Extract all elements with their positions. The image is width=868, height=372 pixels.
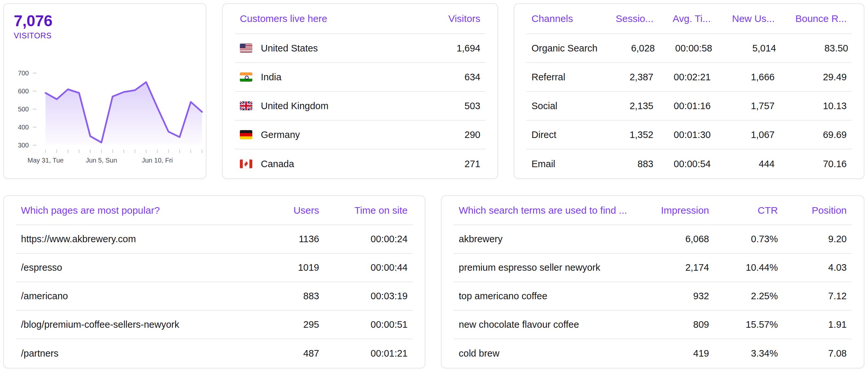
channels-table-header: Channels Sessio... Avg. Ti... New Us... … bbox=[526, 4, 852, 34]
page-row: /blog/premium-coffee-sellers-newyork 295… bbox=[16, 311, 413, 339]
search-term-row: premium espresso seller newyork 2,174 10… bbox=[454, 254, 852, 282]
term-position: 7.08 bbox=[783, 348, 852, 359]
channel-sessions: 883 bbox=[601, 159, 659, 169]
customers-card: Customers live here Visitors United Stat… bbox=[222, 3, 498, 179]
search-term: top americano coffee bbox=[454, 291, 636, 302]
page-url: /americano bbox=[16, 291, 262, 302]
page-url: /espresso bbox=[16, 262, 262, 273]
svg-text:Jun 10, Fri: Jun 10, Fri bbox=[142, 157, 173, 164]
channel-row: Social 2,135 00:01:16 1,757 10.13 bbox=[526, 92, 852, 121]
impression-column-header[interactable]: Impression bbox=[636, 205, 714, 216]
page-users: 487 bbox=[262, 348, 324, 359]
channel-name: Referral bbox=[526, 72, 601, 83]
page-url: /partners bbox=[16, 348, 262, 359]
term-ctr: 10.44% bbox=[714, 262, 783, 273]
page-users: 1019 bbox=[262, 262, 324, 273]
country-visitors: 634 bbox=[413, 72, 486, 83]
india-flag-icon bbox=[240, 72, 252, 82]
channel-bounce-rate: 29.49 bbox=[780, 72, 852, 83]
term-ctr: 2.25% bbox=[714, 291, 783, 302]
country-name: United States bbox=[261, 43, 318, 54]
page-time-on-site: 00:01:21 bbox=[324, 348, 413, 359]
popular-pages-card: Which pages are most popular? Users Time… bbox=[3, 195, 425, 368]
search-term-row: new chocolate flavour coffee 809 15.57% … bbox=[454, 311, 852, 339]
channel-new-users: 444 bbox=[716, 159, 780, 169]
channel-bounce-rate: 69.69 bbox=[780, 129, 852, 140]
channel-row: Organic Search 6,028 00:00:58 5,014 83.5… bbox=[526, 34, 852, 63]
term-impression: 6,068 bbox=[636, 234, 714, 245]
channel-sessions: 2,135 bbox=[601, 101, 659, 112]
pages-table: Which pages are most popular? Users Time… bbox=[4, 196, 425, 368]
term-impression: 419 bbox=[636, 348, 714, 359]
svg-text:600: 600 bbox=[18, 88, 29, 95]
term-ctr: 0.73% bbox=[714, 234, 783, 245]
page-users: 883 bbox=[262, 291, 324, 302]
visitors-column-header[interactable]: Visitors bbox=[413, 13, 486, 24]
channel-avg-time: 00:02:21 bbox=[659, 72, 716, 83]
page-time-on-site: 00:03:19 bbox=[324, 291, 413, 302]
country-visitors: 503 bbox=[413, 101, 486, 112]
sessions-column-header[interactable]: Sessio... bbox=[601, 13, 659, 24]
analytics-dashboard: 7,076 VISITORS 700600500400300May 31, Tu… bbox=[0, 0, 868, 372]
page-time-on-site: 00:00:51 bbox=[324, 319, 413, 330]
page-url: https://www.akbrewery.com bbox=[16, 234, 262, 245]
channel-new-users: 1,666 bbox=[716, 72, 780, 83]
customers-table-header: Customers live here Visitors bbox=[235, 4, 486, 34]
channels-card-title: Channels bbox=[526, 13, 601, 24]
country-row: United States 1,694 bbox=[235, 34, 486, 63]
channel-new-users: 1,757 bbox=[716, 101, 780, 112]
page-url: /blog/premium-coffee-sellers-newyork bbox=[16, 319, 262, 330]
channel-row: Direct 1,352 00:01:30 1,067 69.69 bbox=[526, 121, 852, 150]
page-time-on-site: 00:00:24 bbox=[324, 234, 413, 245]
svg-text:Jun 5, Sun: Jun 5, Sun bbox=[86, 157, 117, 164]
term-position: 7.12 bbox=[783, 291, 852, 302]
channel-bounce-rate: 83.50 bbox=[781, 43, 854, 54]
country-visitors: 1,694 bbox=[413, 43, 486, 54]
ctr-column-header[interactable]: CTR bbox=[714, 205, 783, 216]
country-visitors: 271 bbox=[413, 159, 486, 169]
visitors-area-chart[interactable]: 700600500400300May 31, TueJun 5, SunJun … bbox=[7, 69, 204, 167]
search-term: cold brew bbox=[454, 348, 636, 359]
channel-avg-time: 00:01:30 bbox=[659, 129, 716, 140]
users-column-header[interactable]: Users bbox=[262, 205, 324, 216]
svg-text:400: 400 bbox=[18, 124, 29, 131]
channel-row: Referral 2,387 00:02:21 1,666 29.49 bbox=[526, 63, 852, 92]
us-flag-icon bbox=[240, 43, 252, 53]
svg-text:700: 700 bbox=[18, 69, 29, 77]
search-term-row: top americano coffee 932 2.25% 7.12 bbox=[454, 282, 852, 311]
svg-text:May 31, Tue: May 31, Tue bbox=[28, 157, 64, 164]
channel-avg-time: 00:00:54 bbox=[659, 159, 716, 169]
search-terms-table-header: Which search terms are used to find ... … bbox=[454, 196, 852, 225]
page-time-on-site: 00:00:44 bbox=[324, 262, 413, 273]
canada-flag-icon bbox=[240, 159, 252, 168]
page-row: https://www.akbrewery.com 1136 00:00:24 bbox=[16, 225, 413, 254]
channel-sessions: 1,352 bbox=[601, 129, 659, 140]
channel-avg-time: 00:01:16 bbox=[659, 101, 716, 112]
search-terms-card-title: Which search terms are used to find ... bbox=[454, 205, 636, 216]
avg-time-column-header[interactable]: Avg. Ti... bbox=[659, 13, 716, 24]
channels-table: Channels Sessio... Avg. Ti... New Us... … bbox=[515, 4, 864, 178]
top-row: 7,076 VISITORS 700600500400300May 31, Tu… bbox=[3, 3, 865, 179]
country-name: Germany bbox=[261, 129, 300, 140]
page-row: /americano 883 00:03:19 bbox=[16, 282, 413, 311]
new-users-column-header[interactable]: New Us... bbox=[716, 13, 780, 24]
term-position: 1.91 bbox=[783, 319, 852, 330]
time-on-site-column-header[interactable]: Time on site bbox=[324, 205, 413, 216]
term-ctr: 15.57% bbox=[714, 319, 783, 330]
bottom-row: Which pages are most popular? Users Time… bbox=[3, 195, 865, 368]
term-position: 9.20 bbox=[783, 234, 852, 245]
visitors-metric: 7,076 VISITORS bbox=[4, 4, 206, 40]
search-term-row: cold brew 419 3.34% 7.08 bbox=[454, 339, 852, 368]
page-row: /espresso 1019 00:00:44 bbox=[16, 254, 413, 282]
svg-text:500: 500 bbox=[18, 105, 29, 113]
bounce-rate-column-header[interactable]: Bounce R... bbox=[780, 13, 852, 24]
search-term-row: akbrewery 6,068 0.73% 9.20 bbox=[454, 225, 852, 254]
position-column-header[interactable]: Position bbox=[783, 205, 852, 216]
channel-bounce-rate: 10.13 bbox=[780, 101, 852, 112]
country-row: United Kingdom 503 bbox=[235, 92, 486, 121]
search-term: new chocolate flavour coffee bbox=[454, 319, 636, 330]
visitors-summary-card: 7,076 VISITORS 700600500400300May 31, Tu… bbox=[3, 3, 207, 179]
channel-bounce-rate: 70.16 bbox=[780, 159, 852, 169]
search-terms-card: Which search terms are used to find ... … bbox=[441, 195, 864, 368]
country-row: Canada 271 bbox=[235, 150, 486, 178]
